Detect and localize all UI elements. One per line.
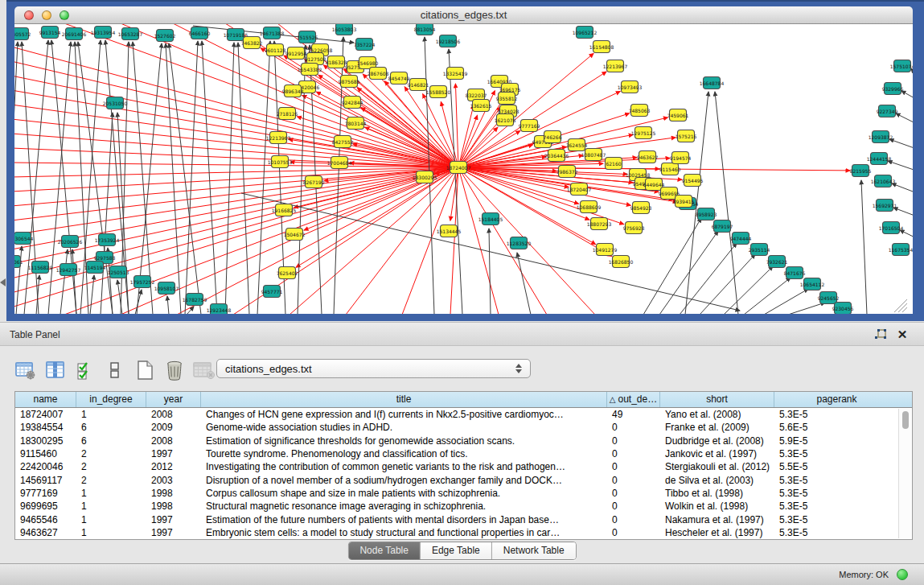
graph-node[interactable]: 12213963 <box>266 132 291 144</box>
graph-node[interactable]: 16826850 <box>609 256 634 268</box>
graph-node[interactable]: 7485063 <box>629 105 651 117</box>
graph-node[interactable]: 7932621 <box>766 256 788 268</box>
graph-node[interactable]: 6466160 <box>189 27 211 39</box>
table-source-dropdown[interactable]: citations_edges.txt <box>216 359 531 378</box>
graph-node[interactable]: 18300295 <box>413 171 437 183</box>
graph-node[interactable]: 8186328 <box>326 56 347 68</box>
graph-node[interactable]: 9457771 <box>261 286 283 298</box>
graph-node[interactable]: 2405572 <box>14 28 31 40</box>
graph-node[interactable]: 2867608 <box>368 68 389 80</box>
graph-node[interactable]: 15184405 <box>478 213 503 225</box>
new-document-button[interactable] <box>133 359 156 381</box>
column-header-title[interactable]: title <box>201 392 607 407</box>
network-window-titlebar[interactable]: citations_edges.txt <box>14 6 913 24</box>
graph-node[interactable]: 17353924 <box>95 234 120 246</box>
graph-node[interactable]: 8215955 <box>850 165 872 177</box>
graph-node[interactable]: 20691406 <box>62 28 87 40</box>
column-header-pagerank[interactable]: pagerank <box>774 392 899 407</box>
table-row[interactable]: 1872400712008Changes of HCN gene express… <box>15 408 912 421</box>
graph-node[interactable]: 15588520 <box>426 86 451 98</box>
graph-node[interactable]: 11675354 <box>889 244 913 256</box>
graph-node[interactable]: 18720407 <box>567 183 592 196</box>
graph-node[interactable]: 7463822 <box>241 37 263 49</box>
graph-node[interactable]: 10973493 <box>618 81 643 93</box>
graph-node[interactable]: 17004684 <box>327 157 352 169</box>
graph-node[interactable]: 7357224 <box>354 39 376 51</box>
graph-node[interactable]: 9329966 <box>882 83 904 95</box>
table-row[interactable]: 911546021997Tourette syndrome. Phenomeno… <box>15 447 912 460</box>
graph-node[interactable]: 16053803 <box>332 24 357 35</box>
column-header-out_de[interactable]: △out_de… <box>607 392 660 407</box>
graph-node[interactable]: 15134445 <box>437 225 462 237</box>
graph-node[interactable]: 2935114 <box>749 244 770 256</box>
graph-node[interactable]: 10807487 <box>581 149 606 161</box>
network-canvas[interactable]: 2405572991315420691406193139541065328715… <box>14 24 913 314</box>
graph-node[interactable]: 14671388 <box>260 27 285 39</box>
table-row[interactable]: 969969511998Structural magnetic resonanc… <box>15 500 912 513</box>
scrollbar-thumb[interactable] <box>902 411 909 429</box>
graph-node[interactable]: 9915061 <box>14 256 23 268</box>
graph-node[interactable]: 19166825 <box>272 204 297 216</box>
close-panel-button[interactable]: ✕ <box>895 328 910 342</box>
tab-node-table[interactable]: Node Table <box>348 542 421 559</box>
graph-node[interactable]: 8958923 <box>696 208 717 220</box>
table-settings-button[interactable] <box>14 359 37 381</box>
graph-node[interactable]: 18724007 <box>446 162 471 174</box>
graph-node[interactable]: 16648784 <box>700 77 725 89</box>
graph-node[interactable]: 8427552 <box>332 136 354 148</box>
graph-node[interactable]: 16543382 <box>298 64 322 76</box>
graph-node[interactable]: 62160 <box>606 158 622 170</box>
graph-node[interactable]: 9194574 <box>670 152 692 164</box>
collapse-panel-arrow-icon[interactable] <box>0 278 6 286</box>
graph-node[interactable]: 12975125 <box>631 127 656 139</box>
graph-node[interactable]: 9912954 <box>285 47 307 60</box>
graph-node[interactable]: 16154808 <box>589 41 614 53</box>
graph-node[interactable]: 12213967 <box>603 60 628 72</box>
graph-node[interactable]: 13325419 <box>443 68 468 80</box>
graph-node[interactable]: 746266 <box>544 131 562 143</box>
graph-node[interactable]: 10654112 <box>800 278 825 290</box>
graph-node[interactable]: 9777169 <box>519 120 540 132</box>
graph-node[interactable]: 8454749 <box>388 72 410 84</box>
tab-edge-table[interactable]: Edge Table <box>421 542 492 559</box>
graph-node[interactable]: 9355812 <box>496 93 518 105</box>
graph-node[interactable]: 2306544 <box>14 233 34 245</box>
graph-node[interactable]: 9230456 <box>832 303 854 315</box>
graph-node[interactable]: 9115460 <box>659 163 681 175</box>
delete-trash-button[interactable] <box>163 359 186 381</box>
graph-node[interactable]: 17016504 <box>879 222 904 234</box>
table-vertical-scrollbar[interactable] <box>898 409 911 538</box>
graph-node[interactable]: 9913154 <box>39 27 61 39</box>
graph-node[interactable]: 10107553 <box>268 156 293 168</box>
graph-node[interactable]: 15692971 <box>873 200 897 212</box>
graph-node[interactable]: 6879197 <box>712 220 733 233</box>
column-header-short[interactable]: short <box>660 392 774 407</box>
graph-node[interactable]: 9474444 <box>730 233 752 245</box>
tab-network-table[interactable]: Network Table <box>492 542 576 559</box>
row-height-button[interactable] <box>104 359 126 381</box>
graph-node[interactable]: 20531050 <box>103 97 128 109</box>
table-row[interactable]: 1938455462009Genome-wide association stu… <box>15 421 912 434</box>
table-row[interactable]: 977716911998Corpus callosum shape and si… <box>15 487 912 500</box>
graph-node[interactable]: 10958107 <box>154 282 179 295</box>
graph-node[interactable]: 11283520 <box>507 237 532 249</box>
column-header-in_degree[interactable]: in_degree <box>76 392 146 407</box>
graph-node[interactable]: 9154495 <box>682 175 704 187</box>
graph-node[interactable]: 1250513 <box>108 266 129 278</box>
graph-node[interactable]: 16782759 <box>183 294 207 306</box>
graph-node[interactable]: 7986372 <box>556 166 578 178</box>
graph-node[interactable]: 12093872 <box>869 131 893 143</box>
graph-node[interactable]: 8813054 <box>414 24 436 35</box>
graph-node[interactable]: 8939415 <box>673 196 695 208</box>
graph-node[interactable]: 9875685 <box>339 76 360 88</box>
graph-node[interactable]: 9463627 <box>637 151 659 163</box>
graph-node[interactable]: 7625402 <box>277 267 298 279</box>
graph-node[interactable]: 20206526 <box>58 236 83 248</box>
graph-node[interactable]: 7515526 <box>297 31 318 43</box>
column-visibility-button[interactable] <box>44 359 67 381</box>
graph-node[interactable]: 9227349 <box>877 105 898 117</box>
graph-node[interactable]: 10491279 <box>593 244 618 256</box>
column-header-name[interactable]: name <box>15 392 76 407</box>
graph-node[interactable]: 9756928 <box>623 222 645 234</box>
graph-node[interactable]: 18807293 <box>587 218 612 230</box>
